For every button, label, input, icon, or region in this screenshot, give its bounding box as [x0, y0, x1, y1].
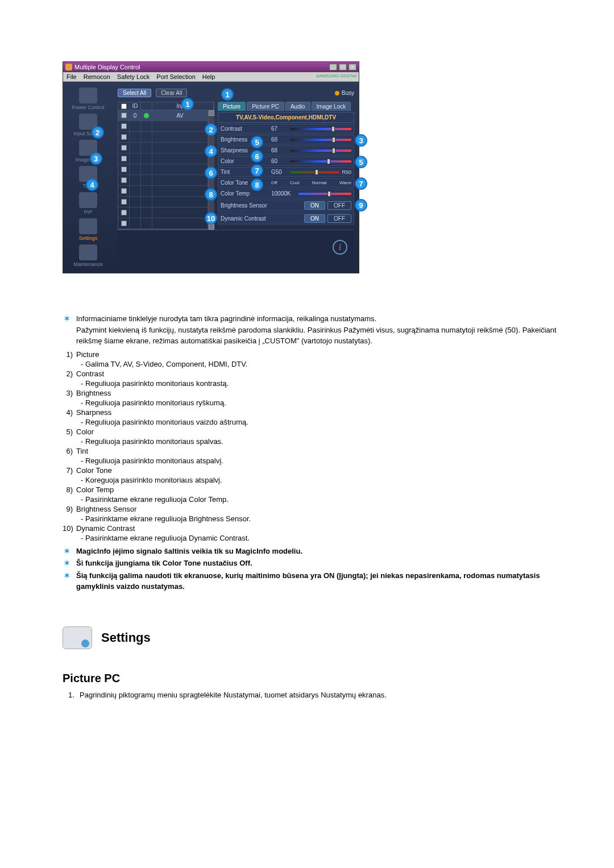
- list-num: 4): [63, 408, 76, 426]
- callout-r5: 5: [355, 156, 367, 168]
- app-window: Multiple Display Control _ □ × File Remo…: [63, 61, 359, 273]
- list-desc: - Reguliuoja pasirinkto monitoriaus atsp…: [81, 456, 580, 465]
- clear-all-button[interactable]: Clear All: [156, 89, 187, 97]
- note-row: ✶ MagicInfo įėjimo signalo šaltinis veik…: [63, 546, 580, 557]
- info-note: ✶ Informaciniame tinklelyje nurodyta tam…: [63, 313, 580, 347]
- bottom-bar: i: [118, 230, 354, 264]
- grid-row[interactable]: 0 AV: [118, 110, 208, 121]
- row-checkbox[interactable]: [121, 134, 127, 140]
- color-slider[interactable]: [291, 160, 351, 163]
- dynamic-contrast-off[interactable]: OFF: [327, 214, 351, 223]
- scroll-up-icon[interactable]: [209, 110, 214, 116]
- row-checkbox[interactable]: [121, 167, 127, 172]
- tone-opt[interactable]: Warm: [339, 180, 351, 185]
- row-checkbox[interactable]: [121, 113, 127, 118]
- menu-port-selection[interactable]: Port Selection: [156, 73, 195, 80]
- brightness-sensor-off[interactable]: OFF: [327, 201, 351, 210]
- row-checkbox[interactable]: [121, 177, 127, 183]
- sidebar-item-pip[interactable]: PIP: [79, 192, 97, 215]
- callout-g6: 6: [251, 150, 263, 163]
- sidebar-item-time[interactable]: Time 4: [79, 166, 97, 189]
- star-icon: ✶: [63, 558, 70, 568]
- callout-g8: 8: [251, 178, 263, 191]
- menu-help[interactable]: Help: [202, 73, 215, 80]
- row-checkbox[interactable]: [121, 188, 127, 194]
- grid-row[interactable]: [118, 197, 208, 207]
- sharpness-slider[interactable]: [291, 149, 351, 152]
- power-icon: [79, 88, 97, 103]
- settings-heading-title: Settings: [101, 630, 151, 645]
- settings-icon: [79, 218, 97, 234]
- scroll-down-icon[interactable]: [209, 224, 214, 230]
- callout-1-top: 1: [181, 98, 194, 110]
- sidebar-item-settings[interactable]: Settings: [79, 218, 98, 241]
- list-num: 10): [63, 524, 76, 542]
- tone-opt[interactable]: Off: [271, 180, 277, 185]
- grid-header-id: ID: [130, 102, 141, 110]
- grid-row[interactable]: [118, 186, 208, 197]
- grid-header-status: [141, 102, 152, 110]
- contrast-slider[interactable]: [291, 128, 351, 130]
- brightness-sensor-label: Brightness Sensor: [221, 202, 273, 209]
- select-all-button[interactable]: Select All: [118, 89, 151, 97]
- grid-row[interactable]: [118, 218, 208, 229]
- color-temp-slider[interactable]: [298, 193, 351, 195]
- dynamic-contrast-on[interactable]: ON: [304, 214, 325, 223]
- list-num: 6): [63, 447, 76, 465]
- titlebar: Multiple Display Control _ □ ×: [63, 62, 359, 72]
- close-button[interactable]: ×: [349, 64, 356, 70]
- tab-image-lock[interactable]: Image Lock: [312, 102, 351, 111]
- grid-row[interactable]: [118, 132, 208, 143]
- grid-row[interactable]: [118, 175, 208, 186]
- row-checkbox[interactable]: [121, 221, 127, 226]
- brightness-slider[interactable]: [291, 139, 351, 141]
- list-desc: - Galima TV, AV, S-Video, Component, HDM…: [81, 360, 580, 368]
- grid-row[interactable]: [118, 121, 208, 132]
- busy-label: Busy: [342, 90, 354, 96]
- brightness-value: 68: [271, 136, 288, 143]
- tone-opt[interactable]: Normal: [312, 180, 327, 185]
- color-tone-selector[interactable]: Off Cool Normal Warm: [271, 180, 351, 186]
- list-num: 7): [63, 466, 76, 484]
- color-tone-row: Color Tone Off Cool Normal Warm 7: [218, 178, 354, 188]
- callout-r10: 10: [205, 212, 217, 225]
- minimize-button[interactable]: _: [329, 64, 337, 70]
- tab-audio[interactable]: Audio: [285, 102, 310, 111]
- grid-row[interactable]: [118, 143, 208, 153]
- menu-remocon[interactable]: Remocon: [84, 73, 110, 80]
- callout-3: 3: [90, 152, 102, 165]
- grid-row[interactable]: [118, 153, 208, 164]
- sidebar-item-input-source[interactable]: Input Source 2: [73, 114, 102, 136]
- tint-slider[interactable]: [291, 171, 339, 173]
- sidebar-item-image-size[interactable]: Image Size 3: [75, 140, 101, 163]
- maintenance-icon: [79, 244, 97, 260]
- grid-header-check: [118, 102, 130, 110]
- tab-picture[interactable]: Picture: [218, 102, 246, 111]
- menu-safety-lock[interactable]: Safety Lock: [117, 73, 150, 80]
- sidebar-item-power-control[interactable]: Power Control: [72, 88, 104, 110]
- pip-icon: [79, 192, 97, 208]
- menu-file[interactable]: File: [67, 73, 77, 80]
- row-checkbox[interactable]: [121, 145, 127, 151]
- note-row: ✶ Ši funkcija įjungiama tik Color Tone n…: [63, 558, 580, 569]
- row-checkbox[interactable]: [121, 210, 127, 215]
- tab-picture-pc[interactable]: Picture PC: [247, 102, 284, 111]
- contrast-label: Contrast: [221, 126, 269, 132]
- callout-r8: 8: [205, 188, 217, 201]
- list-title: Color Tone: [76, 466, 580, 475]
- maximize-button[interactable]: □: [339, 64, 347, 70]
- tint-left-value: G50: [271, 169, 288, 175]
- info-icon[interactable]: i: [333, 240, 347, 255]
- settings-heading-icon: [63, 626, 92, 649]
- row-checkbox[interactable]: [121, 199, 127, 205]
- list-desc: - Reguliuoja pasirinkto monitoriaus vaiz…: [81, 418, 580, 426]
- row-checkbox[interactable]: [121, 123, 127, 129]
- list-num: 8): [63, 485, 76, 504]
- sidebar-item-maintenance[interactable]: Maintenance: [73, 244, 103, 267]
- brightness-sensor-on[interactable]: ON: [304, 201, 325, 210]
- list-title: Sharpness: [76, 408, 580, 417]
- grid-row[interactable]: [118, 207, 208, 218]
- row-checkbox[interactable]: [121, 156, 127, 161]
- grid-row[interactable]: [118, 164, 208, 175]
- tone-opt[interactable]: Cool: [290, 180, 299, 185]
